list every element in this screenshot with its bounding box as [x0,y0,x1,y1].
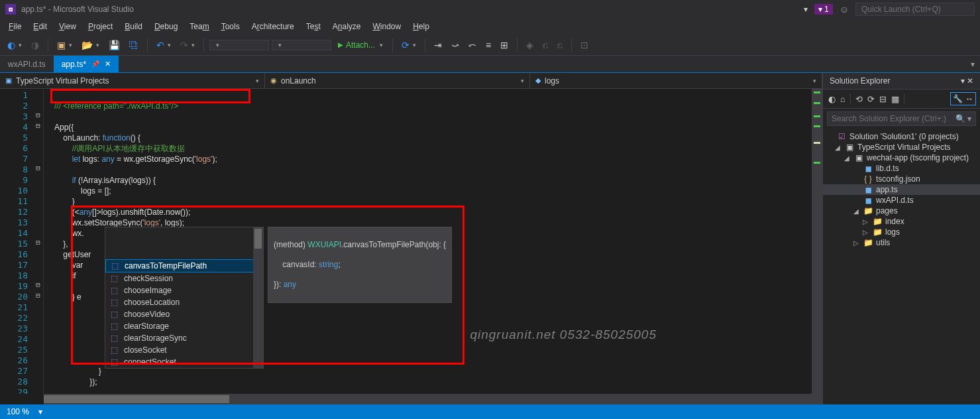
menu-test[interactable]: Test [300,20,327,33]
node-ts-virtual[interactable]: ◢▣TypeScript Virtual Projects [823,142,980,152]
solution-explorer: Solution Explorer ▾ ✕ ◐ ⌂ ⟲ ⟳ ⊟ ▦ 🔧 ↔ Se… [822,73,980,404]
menu-architecture[interactable]: Architecture [246,20,300,33]
se-back-icon[interactable]: ◐ [827,93,837,105]
node-utils[interactable]: ▷📁utils [823,237,980,248]
browser-link-button[interactable]: ⟳ [398,38,419,52]
code-editor[interactable]: 1 2 3 4 5 6 7 8 9 10 11 12 13 14 15 16 1… [0,89,822,394]
solution-root[interactable]: ☑Solution 'Solution1' (0 projects) [823,131,980,142]
menu-view[interactable]: View [53,20,82,33]
menu-edit[interactable]: Edit [27,20,53,33]
save-all-button[interactable]: ⿻ [126,38,142,52]
menu-project[interactable]: Project [82,20,119,33]
vs-logo-icon: ⧈ [5,4,16,15]
panel-menu-icon[interactable]: ▾ ✕ [961,76,973,86]
menu-window[interactable]: Window [366,20,407,33]
node-lib-dts[interactable]: ▦lib.d.ts [823,163,980,174]
menu-debug[interactable]: Debug [148,20,184,33]
menu-file[interactable]: File [3,20,27,33]
search-dropdown-icon[interactable]: 🔍 ▾ [955,114,971,123]
quick-launch-input[interactable]: Quick Launch (Ctrl+Q) [855,3,975,16]
solution-explorer-header: Solution Explorer ▾ ✕ [823,73,980,90]
tb-icon-1[interactable]: ≡ [482,38,494,52]
method-icon: ⬚ [109,322,119,331]
solution-search-input[interactable]: Search Solution Explorer (Ctrl+;) 🔍 ▾ [827,111,976,126]
intellisense-scrollbar[interactable] [253,227,263,368]
status-bar: 100 % ▾ [0,404,980,419]
intellisense-item[interactable]: ⬚closeSocket [105,344,263,356]
tab-wxapi[interactable]: wxAPI.d.ts [0,56,54,72]
intellisense-item[interactable]: ⬚chooseImage [105,284,263,296]
attach-button[interactable]: Attach... [334,39,387,51]
intellisense-item[interactable]: ⬚chooseVideo [105,308,263,320]
se-home-icon[interactable]: ⌂ [839,93,847,105]
solution-toolbar: ◐ ⌂ ⟲ ⟳ ⊟ ▦ 🔧 ↔ [823,90,980,109]
intellisense-item[interactable]: ⬚checkSession [105,272,263,284]
solution-config-dropdown[interactable] [209,40,269,50]
redo-button[interactable]: ↷ [177,38,198,52]
nav-back-button[interactable]: ◐ [4,38,25,52]
main-toolbar: ◐ ◑ ▣ 📂 💾 ⿻ ↶ ↷ Attach... ⟳ ⇥ ⤻ ⤺ ≡ ⊞ ◈ … [0,34,980,56]
menu-tools[interactable]: Tools [215,20,246,33]
notification-badge[interactable]: ▾1 [814,4,833,15]
breadcrumb-project[interactable]: ▣TypeScript Virtual Projects▾ [0,73,265,88]
intellisense-item[interactable]: ⬚clearStorageSync [105,332,263,344]
se-properties-icon[interactable]: 🔧 [953,94,963,103]
node-app-ts[interactable]: ▦app.ts [823,184,980,195]
tb-icon-2[interactable]: ⊞ [497,38,512,52]
node-tsconfig[interactable]: { }tsconfig.json [823,174,980,184]
solution-platform-dropdown[interactable] [272,40,331,50]
menu-build[interactable]: Build [119,20,148,33]
close-icon[interactable]: ✕ [105,60,111,68]
new-project-button[interactable]: ▣ [54,38,76,52]
method-icon: ⬚ [109,345,119,355]
feedback-icon[interactable]: ☺ [840,4,849,15]
save-button[interactable]: 💾 [105,38,123,52]
node-logs[interactable]: ▷📁logs [823,227,980,237]
step-into-icon[interactable]: ⇥ [431,38,445,52]
editor-area: ▣TypeScript Virtual Projects▾ ◉onLaunch▾… [0,73,822,404]
node-wechat-app[interactable]: ◢▣wechat-app (tsconfig project) [823,152,980,163]
nav-forward-button[interactable]: ◑ [28,38,42,52]
open-file-button[interactable]: 📂 [78,38,103,52]
zoom-dropdown-icon[interactable]: ▾ [38,407,42,416]
menu-team[interactable]: Team [184,20,215,33]
flag-icon[interactable]: ▾ [804,5,808,14]
pin-icon[interactable]: 📌 [91,60,99,68]
tb-icon-4[interactable]: ⎌ [554,38,566,52]
solution-tree[interactable]: ☑Solution 'Solution1' (0 projects) ◢▣Typ… [823,129,980,404]
window-title: app.ts* - Microsoft Visual Studio [21,5,134,14]
node-index[interactable]: ▷📁index [823,216,980,227]
title-bar: ⧈ app.ts* - Microsoft Visual Studio ▾ ▾1… [0,0,980,19]
vertical-scrollbar[interactable] [812,89,822,394]
step-out-icon[interactable]: ⤺ [465,38,480,52]
menu-analyze[interactable]: Analyze [327,20,367,33]
step-over-icon[interactable]: ⤻ [448,38,463,52]
intellisense-item[interactable]: ⬚connectSocket [105,356,263,368]
se-preview-icon[interactable]: ↔ [965,94,973,103]
tb-icon-3[interactable]: ⎌ [539,38,551,52]
intellisense-popup[interactable]: ⬚canvasToTempFilePath⬚checkSession⬚choos… [105,227,264,369]
se-showall-icon[interactable]: ▦ [890,93,900,105]
breadcrumb-method[interactable]: ◉onLaunch▾ [265,73,530,88]
undo-button[interactable]: ↶ [153,38,174,52]
tb-icon-5[interactable]: ⊡ [577,38,592,52]
breadcrumb-field[interactable]: ◆logs▾ [530,73,822,88]
se-sync-icon[interactable]: ⟲ [854,93,864,105]
code-content[interactable]: /// <reference path="./wxAPI.d.ts"/> App… [44,89,822,394]
intellisense-item[interactable]: ⬚clearStorage [105,320,263,332]
intellisense-item[interactable]: ⬚canvasToTempFilePath [105,259,263,272]
se-collapse-icon[interactable]: ⊟ [878,93,888,105]
menu-help[interactable]: Help [407,20,435,33]
se-refresh-icon[interactable]: ⟳ [866,93,876,105]
method-icon: ⬚ [110,261,119,270]
menu-bar: File Edit View Project Build Debug Team … [0,19,980,34]
node-wxapi-dts[interactable]: ▦wxAPI.d.ts [823,195,980,206]
intellisense-item[interactable]: ⬚chooseLocation [105,296,263,308]
fold-gutter[interactable]: ⊟ ⊟ ⊟ ⊟ ⊟ ⊟ [33,89,44,394]
node-pages[interactable]: ◢📁pages [823,206,980,216]
bookmark-icon[interactable]: ◈ [523,38,537,52]
tab-app-ts[interactable]: app.ts* 📌 ✕ [54,56,119,72]
zoom-level[interactable]: 100 % [7,407,29,416]
tab-dropdown-icon[interactable]: ▾ [971,60,975,69]
horizontal-scrollbar[interactable] [44,394,822,404]
